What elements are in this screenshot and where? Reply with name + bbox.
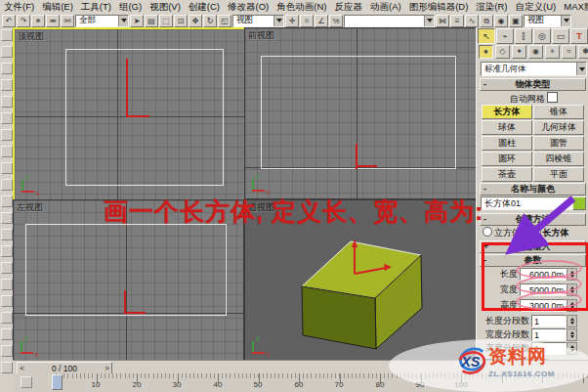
tube-button[interactable]: 圆管 [533, 136, 584, 151]
hierarchy-tab-icon[interactable]: ⫿ [515, 28, 532, 44]
move-gizmo-y[interactable] [124, 290, 126, 314]
left-toolbar-icon[interactable] [1, 129, 13, 141]
sphere-button[interactable]: 球体 [482, 120, 532, 135]
menu-rendering[interactable]: 渲染(R) [472, 1, 511, 14]
left-toolbar-icon[interactable] [1, 245, 13, 257]
dropdown-arrow-icon[interactable] [561, 16, 570, 26]
left-toolbar-icon[interactable] [1, 345, 13, 357]
left-toolbar-icon[interactable] [1, 112, 13, 124]
menu-views[interactable]: 视图(V) [146, 1, 185, 14]
move-gizmo-y[interactable] [126, 59, 128, 117]
menu-reactor[interactable]: 反应器 [330, 1, 366, 14]
menu-animation[interactable]: 动画(A) [366, 1, 405, 14]
left-toolbar-icon[interactable] [1, 46, 13, 58]
length-segs-spinner[interactable] [567, 315, 577, 327]
viewport-label-front[interactable]: 前视图 [248, 29, 274, 42]
radio-cube[interactable]: 立方体 [483, 228, 521, 238]
dropdown-arrow-icon[interactable] [118, 16, 128, 26]
object-color-swatch[interactable] [572, 196, 586, 210]
viewport-front[interactable]: xy 前视图 [244, 27, 477, 199]
object-name-input[interactable]: 长方体01 [481, 196, 573, 210]
left-toolbar-icon[interactable] [1, 262, 13, 274]
lights-icon[interactable]: ✦ [512, 45, 526, 59]
utilities-tab-icon[interactable]: T [570, 28, 588, 44]
plane-button[interactable]: 平面 [533, 167, 584, 182]
width-segs-input[interactable]: 1 [531, 328, 567, 341]
left-toolbar-icon[interactable] [1, 196, 13, 207]
menu-maxscript[interactable]: MAX脚本(M) [560, 1, 588, 14]
viewport-label-top[interactable]: 顶视图 [18, 30, 44, 43]
rollout-collapse-icon[interactable]: - [483, 79, 486, 90]
rect-region-icon[interactable]: ⬚ [159, 15, 173, 27]
dropdown-arrow-icon[interactable] [576, 63, 586, 75]
cone-button[interactable]: 锥体 [533, 105, 584, 119]
coord-system-dropdown[interactable]: 视图 [232, 15, 284, 27]
rollout-object-type[interactable]: -物体类型 [480, 78, 586, 91]
menu-edit[interactable]: 编辑(E) [38, 1, 77, 14]
geometry-category-dropdown[interactable]: 标准几何体 [481, 62, 587, 76]
mirror-icon[interactable]: ⋈ [436, 15, 449, 27]
menu-character[interactable]: 角色动画(N) [273, 1, 330, 14]
dropdown-arrow-icon[interactable] [424, 16, 434, 26]
dropdown-arrow-icon[interactable] [273, 16, 283, 26]
radio-box[interactable]: 长方体 [531, 228, 569, 238]
move-gizmo-x[interactable] [126, 115, 149, 117]
cameras-icon[interactable]: ◉ [528, 45, 543, 59]
menu-file[interactable]: 文件(F) [0, 1, 38, 14]
crossing-icon[interactable]: ⊡ [174, 15, 188, 27]
left-toolbar-icon[interactable] [1, 63, 13, 74]
curve-editor-icon[interactable]: ∿ [465, 15, 479, 27]
unlink-icon[interactable]: ⚮ [46, 15, 60, 27]
angle-snap-icon[interactable]: ∠ [315, 15, 328, 27]
percent-snap-icon[interactable]: % [329, 15, 343, 27]
redo-icon[interactable]: ↷ [17, 15, 30, 27]
box-wireframe-top[interactable] [65, 49, 224, 186]
systems-icon[interactable]: ✱ [578, 45, 588, 59]
helpers-icon[interactable]: ⌖ [545, 45, 560, 59]
pyramid-button[interactable]: 四棱锥 [533, 152, 584, 166]
box-wireframe-front[interactable] [261, 56, 456, 169]
left-toolbar-icon[interactable] [1, 312, 13, 324]
named-selection-dropdown[interactable] [344, 15, 435, 27]
rollout-name-color[interactable]: -名称与颜色 [480, 183, 586, 196]
prev-frame-button[interactable]: < [18, 364, 26, 372]
autogrid-checkbox[interactable] [547, 92, 558, 103]
left-toolbar-icon[interactable] [1, 29, 13, 41]
viewport-label-left[interactable]: 左视图 [17, 201, 43, 214]
torus-button[interactable]: 圆环 [482, 152, 532, 166]
undo-icon[interactable]: ↶ [2, 15, 16, 27]
spacewarps-icon[interactable]: ≈ [562, 45, 576, 59]
select-by-name-icon[interactable]: ▤ [145, 15, 158, 27]
menu-group[interactable]: 组(G) [115, 1, 146, 14]
select-object-icon[interactable]: ➤ [130, 15, 144, 27]
selection-filter-dropdown[interactable]: 全部 [75, 15, 129, 27]
left-toolbar-icon[interactable] [1, 295, 13, 307]
select-link-icon[interactable]: ⚭ [31, 15, 45, 27]
left-toolbar-icon[interactable] [1, 146, 13, 157]
box-button[interactable]: 长方体 [482, 105, 532, 119]
left-toolbar-icon[interactable] [1, 162, 13, 174]
length-segs-input[interactable]: 1 [531, 315, 567, 327]
geosphere-button[interactable]: 几何球体 [533, 120, 584, 135]
render-icon[interactable]: ▣ [509, 15, 523, 27]
schematic-view-icon[interactable]: ⧉ [480, 15, 493, 27]
box-wireframe-left[interactable] [25, 224, 227, 316]
move-gizmo-x[interactable] [356, 165, 377, 167]
create-tab-icon[interactable]: ↖ [478, 28, 495, 44]
rollout-collapse-icon[interactable]: - [483, 214, 486, 225]
menu-modifiers[interactable]: 修改器(O) [224, 1, 273, 14]
menu-tools[interactable]: 工具(T) [77, 1, 115, 14]
display-tab-icon[interactable]: ▭ [552, 28, 569, 44]
material-editor-icon[interactable]: ◉ [494, 15, 508, 27]
bind-spacewarp-icon[interactable]: ⚯ [61, 15, 74, 27]
manipulate-icon[interactable]: ✛ [285, 15, 299, 27]
time-lock-icon[interactable] [21, 376, 32, 388]
motion-tab-icon[interactable]: ◎ [533, 28, 551, 44]
left-toolbar-icon[interactable] [1, 279, 13, 290]
cylinder-button[interactable]: 圆柱 [482, 136, 532, 151]
rollout-creation-method[interactable]: -创建方法 [480, 213, 586, 226]
left-toolbar-icon[interactable] [1, 179, 13, 191]
move-icon[interactable]: ✥ [189, 15, 202, 27]
render-type-dropdown[interactable]: 视图 [524, 15, 571, 27]
left-toolbar-icon[interactable] [1, 96, 13, 108]
